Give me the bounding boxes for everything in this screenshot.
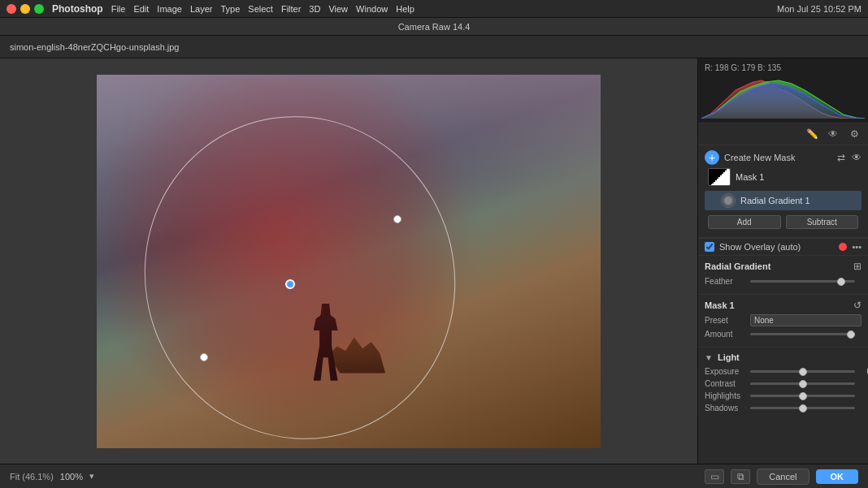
show-overlay-row: Show Overlay (auto) ••• [698,238,868,256]
histogram-graph [701,74,865,119]
feather-value: 90 [860,277,868,286]
main-content: R: 198 G: 179 B: 135 [0,58,868,464]
mask1-label: Mask 1 [736,172,764,182]
exposure-slider[interactable] [750,370,855,373]
shadows-label: Shadows [705,404,745,412]
feather-row: Feather 90 [705,277,861,286]
app-name: Photoshop [52,3,103,15]
add-button[interactable]: Add [708,215,781,229]
amount-label: Amount [705,330,745,339]
menu-bar: Photoshop File Edit Image Layer Type Sel… [0,0,868,18]
preset-row: Preset None [705,314,861,326]
mask-section: + Create New Mask ⇄ 👁 Mask 1 Rad [698,145,868,238]
right-panel: R: 198 G: 179 B: 135 [697,58,868,464]
feather-slider[interactable] [750,280,855,283]
exposure-value: 0.00 [860,367,868,376]
radial-edge-handle-1[interactable] [200,353,208,361]
invert-icon[interactable]: ⇄ [837,152,845,163]
mask-icons-right: ⇄ 👁 [837,152,861,163]
mask-header-row: + Create New Mask ⇄ 👁 [705,150,861,165]
title-bar: Camera Raw 14.4 [0,18,868,36]
amount-value: 100 [860,330,868,339]
shadows-row: Shadows 0 [705,404,861,412]
eye-icon[interactable]: 👁 [826,127,840,141]
plus-icon: + [705,150,719,165]
tab-bar: simon-english-48nerZQCHgo-unsplash.jpg [0,36,868,58]
menu-view[interactable]: View [328,4,348,14]
maximize-button[interactable] [34,4,44,14]
system-time: Mon Jul 25 10:52 PM [777,4,861,14]
radial-settings-icon[interactable]: ⊞ [853,261,861,272]
overlay-label: Show Overlay (auto) [719,242,834,252]
highlights-value: 0 [860,391,868,400]
menu-layer[interactable]: Layer [190,4,213,14]
subtract-label: Subtract [807,218,837,227]
fit-zoom-label: Fit (46.1%) [10,472,54,482]
panel-icons-row: ✏️ 👁 ⚙ [698,123,868,145]
contrast-label: Contrast [705,379,745,388]
canvas-area [0,58,697,464]
menu-help[interactable]: Help [396,4,414,14]
ok-button[interactable]: OK [816,469,859,484]
exposure-row: Exposure 0.00 [705,367,861,376]
mask1-item[interactable]: Mask 1 [705,165,861,189]
radial-gradient-icon [721,193,736,208]
preset-label: Preset [705,316,745,325]
photo-canvas[interactable] [97,75,601,448]
menu-file[interactable]: File [111,4,126,14]
light-header: ▼ Light [705,352,861,362]
subtract-button[interactable]: Subtract [786,215,859,229]
menu-3d[interactable]: 3D [309,4,320,14]
mask1-section-title: Mask 1 [705,300,735,310]
radial-gradient-section: Radial Gradient ⊞ Feather 90 [698,256,868,295]
overlay-more-button[interactable]: ••• [852,242,861,252]
preset-select[interactable]: None [750,314,861,326]
settings-icon[interactable]: ⚙ [847,127,861,141]
light-section: ▼ Light Exposure 0.00 Contrast 0 H [698,348,868,464]
mountain-layer [97,149,601,317]
radial-center-handle[interactable] [285,279,295,289]
menu-edit[interactable]: Edit [133,4,149,14]
zoom-dropdown-icon[interactable]: ▾ [89,471,94,482]
shadows-slider[interactable] [750,407,855,409]
light-chevron-icon[interactable]: ▼ [705,353,713,362]
highlights-slider[interactable] [750,395,855,397]
radial-gradient-item[interactable]: Radial Gradient 1 [705,191,861,210]
cancel-button[interactable]: Cancel [757,469,809,485]
mask1-invert-icon[interactable]: ↺ [853,300,861,311]
amount-row: Amount 100 [705,330,861,339]
view-single-icon[interactable]: ▭ [705,469,724,484]
app-title: Camera Raw 14.4 [398,22,471,32]
menu-type[interactable]: Type [220,4,240,14]
contrast-slider[interactable] [750,382,855,385]
view-compare-icon[interactable]: ⧉ [731,469,750,484]
highlights-label: Highlights [705,391,745,400]
radial-edge-handle-2[interactable] [393,215,401,223]
file-tab[interactable]: simon-english-48nerZQCHgo-unsplash.jpg [10,42,180,52]
bottom-bar: Fit (46.1%) 100% ▾ ▭ ⧉ Cancel OK [0,464,868,488]
minimize-button[interactable] [20,4,30,14]
histogram-section: R: 198 G: 179 B: 135 [698,58,868,123]
radial-gradient-header: Radial Gradient ⊞ [705,261,861,272]
shadows-value: 0 [860,404,868,412]
highlights-row: Highlights 0 [705,391,861,400]
contrast-row: Contrast 0 [705,379,861,388]
overlay-color-dot[interactable] [839,243,847,251]
feather-label: Feather [705,277,745,286]
edit-icon[interactable]: ✏️ [805,127,819,141]
menu-select[interactable]: Select [248,4,273,14]
menu-items: File Edit Image Layer Type Select Filter… [111,4,414,14]
zoom-percent: 100% [60,472,83,482]
add-subtract-row: Add Subtract [705,212,861,232]
exposure-label: Exposure [705,367,745,376]
menu-filter[interactable]: Filter [281,4,301,14]
mask1-header: Mask 1 ↺ [705,300,861,311]
menu-image[interactable]: Image [157,4,182,14]
create-mask-label: Create New Mask [724,153,795,162]
create-new-mask-button[interactable]: + Create New Mask [705,150,832,165]
show-overlay-checkbox[interactable] [705,242,714,252]
visibility-icon[interactable]: 👁 [852,152,861,163]
close-button[interactable] [7,4,16,14]
amount-slider[interactable] [750,333,855,335]
menu-window[interactable]: Window [356,4,388,14]
